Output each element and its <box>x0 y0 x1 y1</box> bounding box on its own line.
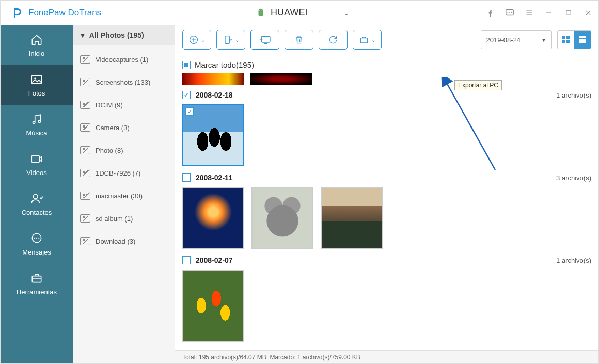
maximize-button[interactable] <box>563 8 574 18</box>
view-toggle <box>557 30 591 49</box>
svg-rect-15 <box>225 36 229 44</box>
photo-thumbnail[interactable] <box>251 187 313 249</box>
svg-point-11 <box>36 238 37 239</box>
svg-rect-29 <box>581 41 584 43</box>
photo-thumbnail[interactable] <box>182 270 244 342</box>
svg-rect-27 <box>584 39 586 41</box>
photo-thumbnail[interactable] <box>250 73 312 85</box>
select-all-checkbox[interactable] <box>182 61 191 69</box>
export-pc-button[interactable] <box>250 30 279 50</box>
svg-rect-16 <box>261 36 270 42</box>
sidebar: Inicio Fotos Música Videos Contactos Men… <box>1 25 73 363</box>
date-selector[interactable]: 2019-08-24▼ <box>481 30 552 49</box>
sidebar-item-inicio[interactable]: Inicio <box>1 25 73 65</box>
sidebar-item-contactos[interactable]: Contactos <box>1 184 73 224</box>
sidebar-item-musica[interactable]: Música <box>1 105 73 145</box>
chevron-down-icon: ⌄ <box>201 37 205 43</box>
select-all-row[interactable]: Marcar todo(195) <box>182 60 591 69</box>
caret-down-icon: ▼ <box>541 37 546 43</box>
photo-scroll-area[interactable]: Marcar todo(195) 2008-02-18 1 archivo(s)… <box>175 54 598 350</box>
svg-rect-21 <box>566 40 570 43</box>
svg-rect-22 <box>579 36 581 38</box>
window-controls <box>485 8 593 18</box>
svg-point-8 <box>34 194 38 199</box>
refresh-button[interactable] <box>319 30 348 50</box>
folder-item[interactable]: 1DCB-7926 (7) <box>73 162 175 184</box>
group-checkbox[interactable] <box>182 256 191 264</box>
sidebar-item-fotos[interactable]: Fotos <box>1 65 73 105</box>
photo-group: 2008-02-18 1 archivo(s) ✓ <box>182 91 591 166</box>
caret-down-icon: ▼ <box>79 31 86 39</box>
minimize-button[interactable] <box>544 8 554 18</box>
grid-large-button[interactable] <box>574 31 591 49</box>
svg-rect-28 <box>579 41 581 43</box>
chevron-down-icon: ⌄ <box>343 9 350 17</box>
photo-thumbnail[interactable]: ✓ <box>182 104 244 166</box>
svg-point-2 <box>509 12 510 13</box>
tooltip: Exportar al PC <box>454 80 502 90</box>
folder-label: macmaster (30) <box>96 192 143 200</box>
delete-button[interactable] <box>285 30 313 50</box>
folder-label: Screenshots (133) <box>96 78 150 86</box>
group-count: 3 archivo(s) <box>556 174 591 182</box>
grid-small-button[interactable] <box>558 31 574 49</box>
folder-item[interactable]: DCIM (9) <box>73 93 175 116</box>
folder-header[interactable]: ▼ All Photos (195) <box>73 25 175 45</box>
folder-item[interactable]: macmaster (30) <box>73 184 175 207</box>
group-checkbox[interactable] <box>182 91 191 99</box>
folder-label: Photo (8) <box>96 147 123 154</box>
app-logo-icon <box>10 6 24 20</box>
photo-thumbnail[interactable] <box>182 187 244 249</box>
android-icon <box>256 8 265 18</box>
folder-button[interactable]: ⌄ <box>353 30 382 50</box>
group-date: 2008-02-07 <box>196 256 233 264</box>
sidebar-item-mensajes[interactable]: Mensajes <box>1 224 73 264</box>
folder-item[interactable]: Camera (3) <box>73 116 175 139</box>
folder-label: Videocaptures (1) <box>96 56 148 64</box>
folder-item[interactable]: Photo (8) <box>73 139 175 162</box>
content-area: ⌄ ⌄ ⌄ 2019-08-24▼ Exportar al PC Marcar … <box>175 25 598 363</box>
close-button[interactable] <box>583 8 593 18</box>
folder-item[interactable]: Download (3) <box>73 230 175 252</box>
image-icon <box>80 192 90 200</box>
sidebar-item-label: Música <box>26 129 47 137</box>
sidebar-item-label: Herramientas <box>17 288 57 296</box>
group-count: 1 archivo(s) <box>556 91 591 99</box>
photo-group: 2008-02-11 3 archivo(s) <box>182 173 591 249</box>
svg-point-12 <box>38 238 39 239</box>
sidebar-item-label: Inicio <box>29 50 44 57</box>
sidebar-item-label: Fotos <box>28 89 45 97</box>
thumb-checkbox[interactable]: ✓ <box>185 107 194 116</box>
svg-rect-24 <box>584 36 586 38</box>
sidebar-item-herramientas[interactable]: Herramientas <box>1 264 73 304</box>
folder-panel: ▼ All Photos (195) Videocaptures (1)Scre… <box>73 25 175 363</box>
photo-thumbnail[interactable] <box>321 187 383 249</box>
svg-point-1 <box>508 12 509 13</box>
photo-group: 2008-02-07 1 archivo(s) <box>182 256 591 342</box>
chevron-down-icon: ⌄ <box>371 37 375 43</box>
image-icon <box>80 237 90 245</box>
group-checkbox[interactable] <box>182 173 191 182</box>
folder-item[interactable]: Videocaptures (1) <box>73 48 175 71</box>
contacts-icon <box>30 192 43 205</box>
export-device-button[interactable]: ⌄ <box>216 30 245 50</box>
feedback-icon[interactable] <box>505 8 515 18</box>
sidebar-item-videos[interactable]: Videos <box>1 145 73 184</box>
image-icon <box>80 169 90 177</box>
svg-rect-26 <box>581 39 584 41</box>
add-button[interactable]: ⌄ <box>182 30 211 50</box>
device-selector[interactable]: HUAWEI ⌄ <box>256 7 350 18</box>
folder-item[interactable]: Screenshots (133) <box>73 71 175 93</box>
home-icon <box>30 33 43 46</box>
device-name: HUAWEI <box>271 7 307 18</box>
svg-rect-20 <box>562 40 565 43</box>
svg-rect-4 <box>566 10 571 14</box>
folder-header-label: All Photos (195) <box>89 31 144 39</box>
menu-icon[interactable] <box>524 8 534 18</box>
chevron-down-icon: ⌄ <box>235 37 239 43</box>
date-value: 2019-08-24 <box>486 36 521 44</box>
photo-thumbnail[interactable] <box>182 73 244 85</box>
folder-item[interactable]: sd album (1) <box>73 207 175 230</box>
group-date: 2008-02-11 <box>196 173 233 182</box>
facebook-icon[interactable] <box>485 8 495 18</box>
